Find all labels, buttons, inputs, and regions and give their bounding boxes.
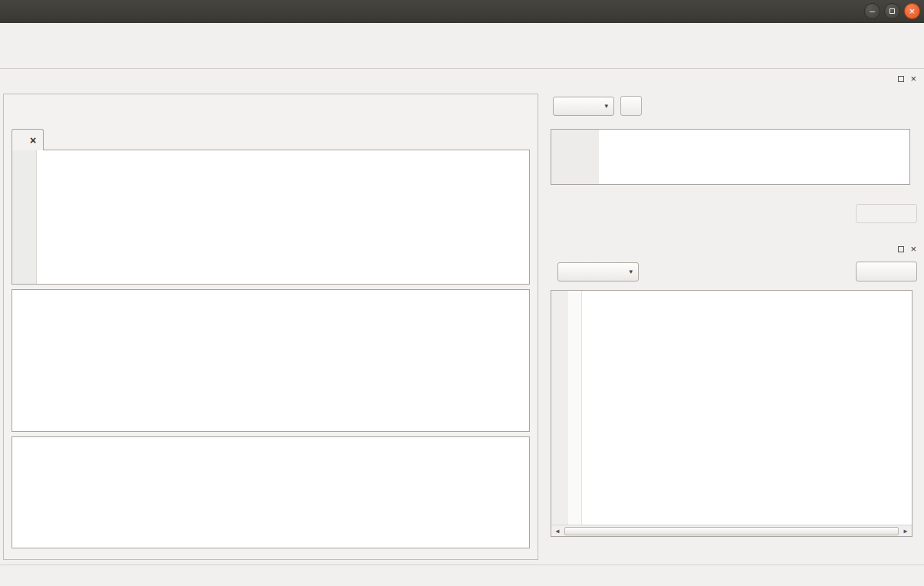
panel-header-controls: × <box>898 246 916 252</box>
execute-sql-panel: × <box>3 94 538 560</box>
sql-log-header: × <box>541 241 922 258</box>
maximize-icon <box>889 8 895 14</box>
edit-cell-header: × <box>541 71 922 87</box>
chevron-down-icon: ▾ <box>629 268 633 275</box>
title-bar[interactable]: – × <box>0 0 924 23</box>
sql-editor-tab[interactable]: × <box>12 129 44 150</box>
main-area: × <box>0 69 541 565</box>
cell-editor[interactable] <box>551 129 910 185</box>
panel-header-controls: × <box>898 76 916 82</box>
cell-editor-gutter <box>551 130 599 184</box>
close-panel-icon[interactable]: × <box>910 76 916 82</box>
app-window: – × × × <box>0 0 924 586</box>
float-panel-icon[interactable] <box>898 246 904 252</box>
main-tab-bar <box>0 69 541 94</box>
close-tab-icon[interactable]: × <box>30 134 36 146</box>
float-panel-icon[interactable] <box>898 76 904 82</box>
menu-bar <box>0 23 924 42</box>
status-bar <box>0 565 924 586</box>
sql-log-controls: ▾ <box>547 261 917 282</box>
scrollbar-thumb[interactable] <box>564 527 899 535</box>
results-grid <box>12 289 530 432</box>
side-panels: × ▾ × <box>541 69 924 565</box>
submitter-select[interactable]: ▾ <box>557 262 639 281</box>
sql-tab-bar: × <box>12 128 530 150</box>
sql-log-view[interactable]: ◀ ▶ <box>551 290 912 537</box>
chevron-down-icon: ▾ <box>604 102 608 110</box>
close-panel-icon[interactable]: × <box>910 246 916 252</box>
sql-editor[interactable] <box>12 150 530 285</box>
clear-button[interactable] <box>856 262 917 281</box>
close-window-button[interactable]: × <box>904 3 920 19</box>
window-controls: – × <box>864 3 920 19</box>
execution-message-box[interactable] <box>12 436 530 548</box>
mode-select[interactable]: ▾ <box>553 97 614 116</box>
horizontal-scrollbar[interactable]: ◀ ▶ <box>551 525 912 536</box>
scroll-left-icon[interactable]: ◀ <box>551 525 564 536</box>
maximize-button[interactable] <box>884 3 900 19</box>
minimize-button[interactable]: – <box>864 3 880 19</box>
scroll-right-icon[interactable]: ▶ <box>899 525 912 536</box>
apply-button <box>856 204 917 223</box>
dock-tab-bar <box>543 543 924 565</box>
edit-cell-controls: ▾ <box>547 95 916 117</box>
main-toolbar <box>0 42 924 69</box>
sql-toolbar <box>10 99 531 122</box>
auto-format-button[interactable] <box>620 96 642 116</box>
